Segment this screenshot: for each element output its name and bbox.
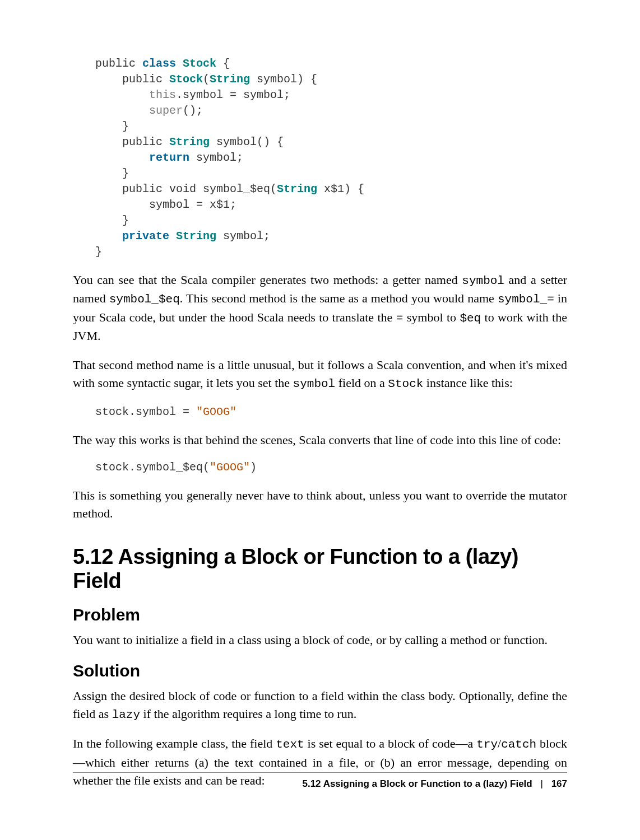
code-line: public Stock(String symbol) { — [95, 73, 317, 86]
inline-code: symbol_= — [498, 293, 554, 306]
section-heading: 5.12 Assigning a Block or Function to a … — [73, 545, 567, 593]
code-line: } — [95, 120, 129, 133]
footer-page-number: 167 — [551, 778, 567, 789]
code-line: } — [95, 245, 102, 258]
inline-code: symbol_$eq — [109, 293, 180, 306]
paragraph: Assign the desired block of code or func… — [73, 687, 567, 724]
code-line: public void symbol_$eq(String x$1) { — [95, 183, 364, 195]
footer-separator: | — [540, 778, 542, 789]
inline-code: = — [396, 312, 404, 325]
code-line: super(); — [95, 104, 203, 117]
code-line: symbol = x$1; — [95, 198, 236, 211]
code-block-1: public class Stock { public Stock(String… — [95, 56, 567, 260]
paragraph: You can see that the Scala compiler gene… — [73, 271, 567, 345]
footer-section-title: 5.12 Assigning a Block or Function to a … — [302, 778, 532, 789]
code-line: public class Stock { — [95, 57, 230, 70]
code-line: this.symbol = symbol; — [95, 88, 290, 101]
paragraph: You want to initialize a field in a clas… — [73, 631, 567, 649]
inline-code: $eq — [460, 312, 481, 325]
page-footer: 5.12 Assigning a Block or Function to a … — [73, 772, 567, 790]
inline-code: text — [276, 738, 304, 751]
inline-code: symbol — [293, 377, 336, 390]
code-line: public String symbol() { — [95, 136, 284, 148]
code-line: stock.symbol_$eq("GOOG") — [95, 461, 257, 474]
code-line: return symbol; — [95, 151, 243, 164]
inline-code: symbol — [462, 274, 504, 287]
code-block-2: stock.symbol = "GOOG" — [95, 404, 567, 420]
code-block-3: stock.symbol_$eq("GOOG") — [95, 460, 567, 475]
subsection-heading-problem: Problem — [73, 605, 567, 624]
paragraph: The way this works is that behind the sc… — [73, 431, 567, 449]
paragraph: That second method name is a little unus… — [73, 356, 567, 393]
code-line: } — [95, 214, 129, 227]
code-line: stock.symbol = "GOOG" — [95, 405, 236, 418]
subsection-heading-solution: Solution — [73, 661, 567, 680]
paragraph: This is something you generally never ha… — [73, 487, 567, 522]
inline-code: lazy — [112, 708, 140, 721]
code-line: } — [95, 167, 129, 180]
inline-code: Stock — [388, 377, 423, 390]
inline-code: catch — [501, 738, 536, 751]
code-line: private String symbol; — [95, 230, 270, 242]
inline-code: try — [476, 738, 498, 751]
page: public class Stock { public Stock(String… — [0, 0, 640, 840]
